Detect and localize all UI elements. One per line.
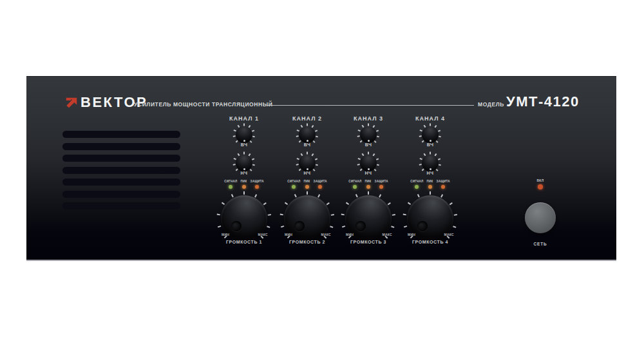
power-led bbox=[538, 184, 543, 189]
product-photo: ВЕКТОР УСИЛИТЕЛЬ МОЩНОСТИ ТРАНСЛЯЦИОННЫЙ… bbox=[0, 0, 644, 337]
knob-body bbox=[299, 155, 316, 171]
bass-label: НЧ bbox=[213, 171, 275, 175]
protect-led-label: ЗАЩИТА bbox=[375, 180, 388, 183]
vent-slot bbox=[62, 143, 180, 150]
knob-pointer bbox=[307, 140, 308, 142]
protect-led bbox=[441, 185, 445, 189]
signal-led-label: СИГНАЛ bbox=[410, 180, 423, 183]
bass-label: НЧ bbox=[276, 171, 338, 175]
protect-led-label: ЗАЩИТА bbox=[314, 180, 327, 183]
treble-label: ВЧ bbox=[213, 142, 275, 147]
vent-slot bbox=[62, 131, 180, 138]
knob-indicator-dimple bbox=[294, 221, 305, 231]
knob-pointer bbox=[307, 168, 308, 170]
vent-slot bbox=[62, 155, 180, 162]
bass-label: НЧ bbox=[337, 171, 399, 175]
knob-body bbox=[360, 155, 377, 171]
signal-led bbox=[353, 185, 357, 189]
channel-3-led-row: СИГНАЛ ПИК ЗАЩИТА bbox=[337, 180, 399, 189]
vector-arrow-icon bbox=[64, 96, 79, 110]
min-label: МИН bbox=[222, 233, 229, 236]
channel-4-volume-knob[interactable] bbox=[401, 189, 459, 247]
channel-title: КАНАЛ 2 bbox=[276, 115, 338, 122]
knob-indicator-dimple bbox=[355, 221, 366, 231]
peak-led-label: ПИК bbox=[304, 180, 310, 183]
peak-led bbox=[428, 185, 432, 189]
min-label: МИН bbox=[346, 233, 354, 236]
power-section: ВКЛ СЕТЬ bbox=[509, 178, 571, 324]
amplifier-front-panel: ВЕКТОР УСИЛИТЕЛЬ МОЩНОСТИ ТРАНСЛЯЦИОННЫЙ… bbox=[26, 76, 616, 261]
vent-slot bbox=[62, 202, 180, 209]
knob-pointer bbox=[368, 168, 370, 170]
knob-pointer bbox=[368, 140, 370, 142]
peak-led bbox=[242, 185, 246, 189]
power-button[interactable] bbox=[525, 202, 556, 233]
peak-led bbox=[366, 185, 370, 189]
header-divider-line bbox=[267, 105, 474, 106]
protect-led bbox=[255, 185, 259, 189]
peak-led-label: ПИК bbox=[241, 180, 247, 183]
channel-title: КАНАЛ 4 bbox=[399, 115, 461, 122]
channel-2-section: КАНАЛ 2 ВЧ НЧ СИГНАЛ ПИК ЗАЩИТА МИН МАКС bbox=[276, 114, 338, 257]
channel-title: КАНАЛ 3 bbox=[337, 115, 399, 122]
channel-2-volume-knob[interactable] bbox=[278, 189, 336, 247]
protect-led-label: ЗАЩИТА bbox=[437, 180, 450, 183]
model-number: УМТ-4120 bbox=[506, 93, 580, 110]
knob-body bbox=[236, 155, 252, 171]
signal-led-label: СИГНАЛ bbox=[287, 180, 300, 183]
signal-led bbox=[292, 185, 296, 189]
channel-2-led-row: СИГНАЛ ПИК ЗАЩИТА bbox=[276, 180, 338, 189]
channel-1-led-row: СИГНАЛ ПИК ЗАЩИТА bbox=[213, 180, 275, 189]
peak-led-label: ПИК bbox=[427, 180, 433, 183]
channel-4-section: КАНАЛ 4 ВЧ НЧ СИГНАЛ ПИК ЗАЩИТА МИН МАКС bbox=[399, 114, 461, 257]
max-label: МАКС bbox=[444, 233, 454, 236]
knob-body bbox=[422, 126, 439, 143]
panel-subtitle: УСИЛИТЕЛЬ МОЩНОСТИ ТРАНСЛЯЦИОННЫЙ bbox=[134, 101, 272, 108]
knob-pointer bbox=[430, 168, 431, 170]
knob-indicator-dimple bbox=[417, 221, 428, 231]
knob-pointer bbox=[243, 168, 245, 170]
knob-body bbox=[236, 126, 252, 143]
knob-body bbox=[360, 126, 377, 143]
max-label: МАКС bbox=[258, 233, 268, 236]
model-label: МОДЕЛЬ bbox=[478, 101, 504, 108]
channel-3-section: КАНАЛ 3 ВЧ НЧ СИГНАЛ ПИК ЗАЩИТА МИН МАКС bbox=[337, 114, 399, 257]
signal-led-label: СИГНАЛ bbox=[348, 180, 361, 183]
knob-indicator-dimple bbox=[231, 221, 242, 231]
protect-led bbox=[318, 185, 322, 189]
signal-led-label: СИГНАЛ bbox=[224, 180, 237, 183]
treble-label: ВЧ bbox=[399, 142, 461, 147]
peak-led-label: ПИК bbox=[365, 180, 372, 183]
volume-label: ГРОМКОСТЬ 4 bbox=[393, 240, 468, 244]
max-label: МАКС bbox=[321, 233, 331, 236]
knob-body bbox=[422, 155, 439, 171]
treble-label: ВЧ bbox=[337, 142, 399, 147]
power-led-label: ВКЛ bbox=[509, 178, 571, 182]
signal-led bbox=[415, 185, 419, 189]
channel-title: КАНАЛ 1 bbox=[213, 115, 275, 122]
treble-label: ВЧ bbox=[276, 142, 338, 147]
vent-slot bbox=[62, 178, 180, 186]
max-label: МАКС bbox=[382, 233, 392, 236]
power-switch-label: СЕТЬ bbox=[509, 242, 571, 246]
peak-led bbox=[305, 185, 309, 189]
bass-label: НЧ bbox=[399, 171, 461, 175]
protect-led-label: ЗАЩИТА bbox=[251, 180, 264, 183]
knob-pointer bbox=[430, 140, 431, 142]
vent-slot bbox=[62, 167, 180, 174]
knob-pointer bbox=[243, 140, 245, 142]
ventilation-grille bbox=[62, 131, 180, 215]
channel-3-volume-knob[interactable] bbox=[339, 189, 397, 247]
channel-1-section: КАНАЛ 1 ВЧ НЧ СИГНАЛ ПИК ЗАЩИТА МИН МАКС bbox=[213, 114, 275, 257]
channel-1-volume-knob[interactable] bbox=[215, 189, 273, 247]
knob-body bbox=[299, 126, 316, 143]
min-label: МИН bbox=[408, 233, 415, 236]
channel-4-led-row: СИГНАЛ ПИК ЗАЩИТА bbox=[399, 180, 461, 189]
signal-led bbox=[229, 185, 232, 189]
min-label: МИН bbox=[285, 233, 292, 236]
vent-slot bbox=[62, 191, 180, 198]
protect-led bbox=[379, 185, 383, 189]
